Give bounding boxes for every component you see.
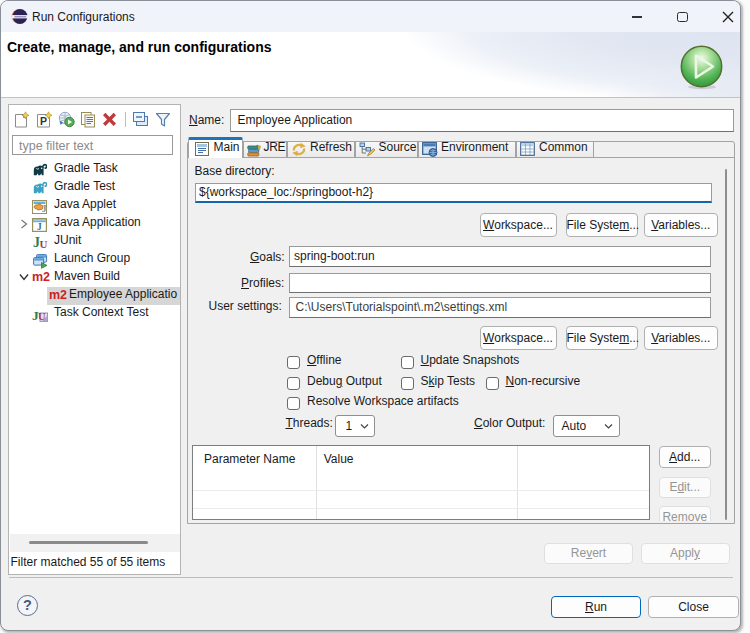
svg-text:P: P (40, 115, 47, 127)
svg-text:J: J (42, 204, 47, 214)
svg-text:U: U (38, 311, 46, 322)
svg-text:U: U (40, 238, 48, 250)
svg-text:J: J (37, 221, 42, 231)
